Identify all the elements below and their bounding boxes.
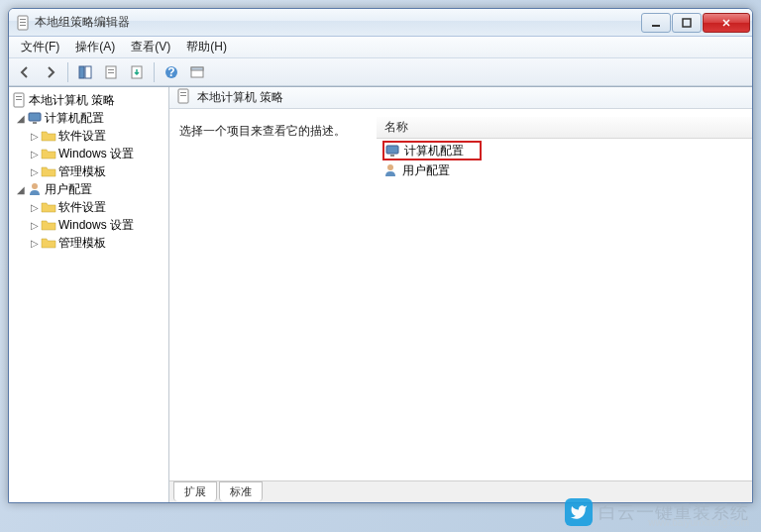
tree-label: 用户配置 [45, 181, 92, 198]
svg-rect-26 [390, 155, 394, 157]
watermark-url: www.baiyunxitong.com [648, 517, 749, 528]
menu-action[interactable]: 操作(A) [67, 37, 123, 57]
list-item-label: 计算机配置 [404, 143, 464, 160]
back-button[interactable] [13, 61, 37, 83]
tree-admin-templates[interactable]: ▷ 管理模板 [11, 234, 166, 252]
folder-icon [41, 199, 56, 215]
menu-view[interactable]: 查看(V) [123, 37, 178, 57]
content-area: 本地计算机 策略 ◢ 计算机配置 ▷ 软件设置 ▷ Windows 设置 ▷ 管… [9, 86, 752, 502]
svg-point-21 [32, 183, 38, 189]
computer-icon [27, 110, 43, 126]
folder-icon [41, 163, 56, 179]
detail-header: 本地计算机 策略 [169, 87, 752, 109]
window: 本地组策略编辑器 文件(F) 操作(A) 查看(V) 帮助(H) ? 本地计算机… [8, 8, 753, 503]
expand-icon[interactable]: ▷ [29, 131, 41, 142]
computer-icon [384, 143, 400, 159]
tree-user-config[interactable]: ◢ 用户配置 [11, 180, 166, 198]
watermark-logo-icon [565, 498, 593, 526]
svg-rect-4 [652, 25, 660, 27]
svg-rect-24 [180, 95, 186, 96]
folder-icon [41, 128, 56, 144]
svg-rect-23 [180, 92, 186, 93]
svg-rect-1 [20, 19, 26, 20]
collapse-icon[interactable]: ◢ [15, 184, 27, 195]
list-item-label: 用户配置 [402, 162, 450, 179]
tree-label: Windows 设置 [58, 146, 134, 162]
window-title: 本地组策略编辑器 [35, 14, 640, 31]
expand-icon[interactable]: ▷ [29, 149, 41, 160]
user-icon [382, 162, 398, 178]
tree-computer-config[interactable]: ◢ 计算机配置 [11, 109, 166, 127]
forward-button[interactable] [39, 61, 62, 83]
policy-icon [175, 88, 191, 107]
svg-rect-3 [20, 25, 26, 26]
minimize-button[interactable] [641, 13, 671, 33]
detail-body: 选择一个项目来查看它的描述。 名称 计算机配置 用户配置 [169, 109, 752, 480]
column-header-name[interactable]: 名称 [377, 117, 752, 139]
list-item-computer-config[interactable]: 计算机配置 [382, 141, 482, 160]
menu-file[interactable]: 文件(F) [13, 37, 67, 57]
toolbar-separator [67, 62, 68, 82]
toolbar: ? [9, 58, 752, 86]
expand-icon[interactable]: ▷ [29, 166, 41, 177]
tree-label: 管理模板 [58, 163, 106, 180]
titlebar[interactable]: 本地组策略编辑器 [9, 9, 752, 37]
folder-icon [41, 217, 56, 233]
svg-rect-19 [29, 113, 41, 121]
svg-rect-6 [79, 66, 84, 78]
column-header-label: 名称 [384, 119, 408, 136]
tree-root-label: 本地计算机 策略 [29, 92, 115, 109]
tree-windows-settings[interactable]: ▷ Windows 设置 [11, 145, 166, 162]
list-panel: 名称 计算机配置 用户配置 [376, 117, 752, 480]
toolbar-separator [154, 62, 155, 82]
properties-button[interactable] [99, 61, 123, 83]
svg-rect-2 [20, 22, 26, 23]
export-button[interactable] [125, 61, 149, 83]
tree-label: 软件设置 [58, 199, 106, 216]
right-panel: 本地计算机 策略 选择一个项目来查看它的描述。 名称 计算机配置 [169, 87, 752, 502]
expand-icon[interactable]: ▷ [29, 202, 41, 213]
help-button[interactable]: ? [160, 61, 183, 83]
svg-rect-7 [85, 66, 91, 78]
collapse-icon[interactable]: ◢ [15, 113, 27, 124]
list-item-user-config[interactable]: 用户配置 [382, 160, 746, 180]
svg-rect-9 [108, 69, 114, 70]
menu-help[interactable]: 帮助(H) [178, 37, 235, 57]
tree-software-settings[interactable]: ▷ 软件设置 [11, 127, 166, 145]
tree-panel[interactable]: 本地计算机 策略 ◢ 计算机配置 ▷ 软件设置 ▷ Windows 设置 ▷ 管… [9, 87, 169, 502]
tree-label: 管理模板 [58, 235, 106, 252]
tab-extended[interactable]: 扩展 [173, 481, 217, 501]
folder-icon [41, 235, 56, 251]
tree-windows-settings[interactable]: ▷ Windows 设置 [11, 216, 166, 234]
expand-icon[interactable]: ▷ [29, 238, 41, 249]
close-button[interactable] [703, 13, 750, 33]
tree-software-settings[interactable]: ▷ 软件设置 [11, 198, 166, 216]
svg-rect-25 [386, 146, 398, 154]
tab-standard[interactable]: 标准 [219, 481, 263, 501]
detail-header-title: 本地计算机 策略 [197, 89, 283, 106]
user-icon [27, 181, 43, 197]
description-prompt: 选择一个项目来查看它的描述。 [179, 124, 346, 138]
tree-root[interactable]: 本地计算机 策略 [11, 91, 166, 109]
app-icon [15, 15, 31, 31]
svg-rect-5 [683, 19, 691, 27]
watermark: 白云一键重装系统 www.baiyunxitong.com [565, 498, 749, 526]
expand-icon[interactable]: ▷ [29, 220, 41, 231]
description-panel: 选择一个项目来查看它的描述。 [169, 117, 376, 480]
svg-rect-15 [191, 67, 203, 70]
tree-label: Windows 设置 [58, 217, 134, 234]
svg-rect-20 [33, 122, 37, 124]
svg-rect-18 [16, 99, 22, 100]
svg-rect-10 [108, 72, 114, 73]
show-hide-tree-button[interactable] [73, 61, 97, 83]
svg-rect-17 [16, 96, 22, 97]
folder-icon [41, 146, 56, 161]
tree-admin-templates[interactable]: ▷ 管理模板 [11, 162, 166, 180]
maximize-button[interactable] [672, 13, 702, 33]
filter-button[interactable] [185, 61, 209, 83]
list-rows: 计算机配置 用户配置 [377, 139, 752, 182]
tree-label: 软件设置 [58, 128, 106, 145]
tree-label: 计算机配置 [45, 110, 104, 127]
svg-text:?: ? [167, 65, 174, 79]
menubar: 文件(F) 操作(A) 查看(V) 帮助(H) [9, 37, 752, 58]
